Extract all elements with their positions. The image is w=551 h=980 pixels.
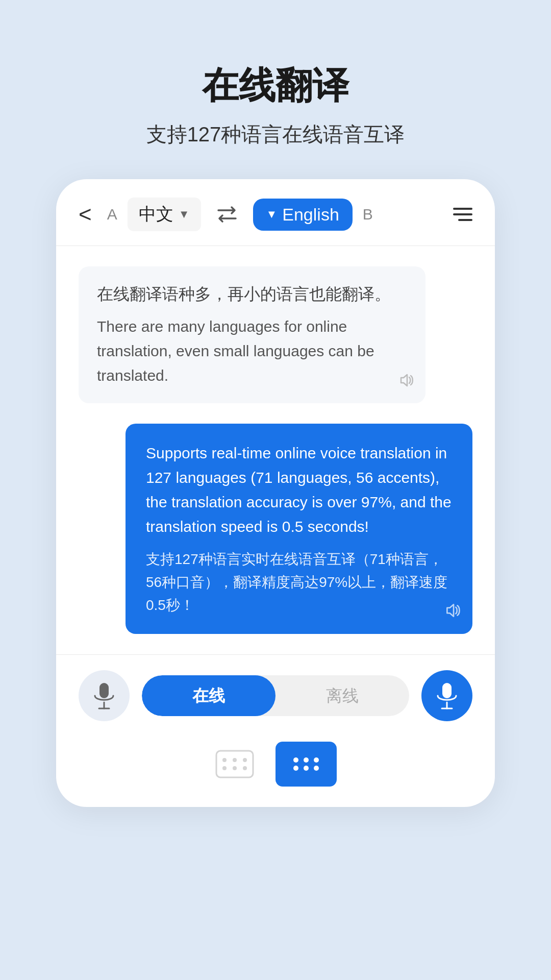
svg-point-18 xyxy=(314,766,319,771)
svg-rect-3 xyxy=(442,683,452,698)
online-offline-toggle[interactable]: 在线 离线 xyxy=(142,675,409,716)
keyboard-gray-button[interactable] xyxy=(214,749,255,779)
svg-point-16 xyxy=(293,766,298,771)
chevron-down-icon-target: ▼ xyxy=(266,208,278,221)
swap-icon xyxy=(215,205,239,224)
speaker-icon-right[interactable] xyxy=(444,601,462,624)
mic-button-right[interactable] xyxy=(421,670,472,721)
svg-point-12 xyxy=(243,766,247,770)
svg-point-9 xyxy=(243,758,247,762)
menu-line-3 xyxy=(458,219,472,221)
bottom-bar: 在线 离线 xyxy=(56,654,495,742)
sent-bubble: Supports real-time online voice translat… xyxy=(126,424,472,634)
translated-text: There are many languages for online tran… xyxy=(97,314,407,388)
page-header: 在线翻译 支持127种语言在线语音互译 xyxy=(146,61,405,149)
target-language-label: English xyxy=(282,205,339,225)
swap-languages-button[interactable] xyxy=(211,201,243,228)
svg-point-13 xyxy=(293,757,298,763)
svg-point-8 xyxy=(233,758,237,762)
svg-point-15 xyxy=(314,757,319,763)
keyboard-row xyxy=(56,742,495,807)
svg-rect-6 xyxy=(216,751,253,777)
offline-button[interactable]: 离线 xyxy=(276,675,409,716)
nav-bar: < A 中文 ▼ ▼ English B xyxy=(56,179,495,246)
keyboard-blue-button[interactable] xyxy=(276,742,337,787)
target-language-selector[interactable]: ▼ English xyxy=(253,199,353,231)
menu-line-1 xyxy=(453,208,472,210)
svg-point-11 xyxy=(233,766,237,770)
source-text: 在线翻译语种多，再小的语言也能翻译。 xyxy=(97,282,407,306)
svg-point-17 xyxy=(304,766,309,771)
page-title: 在线翻译 xyxy=(146,61,405,110)
svg-point-14 xyxy=(304,757,309,763)
menu-line-2 xyxy=(453,213,472,215)
phone-card: < A 中文 ▼ ▼ English B 在线翻译语种多，再小的语言也能翻译。 … xyxy=(56,179,495,807)
source-language-selector[interactable]: 中文 ▼ xyxy=(128,198,201,231)
received-bubble: 在线翻译语种多，再小的语言也能翻译。 There are many langua… xyxy=(79,266,425,403)
sent-zh-text: 支持127种语言实时在线语音互译（71种语言，56种口音），翻译精度高达97%以… xyxy=(146,548,452,617)
lang-a-label: A xyxy=(107,206,117,223)
sent-en-text: Supports real-time online voice translat… xyxy=(146,441,452,539)
keyboard-blue-icon xyxy=(286,749,327,779)
page-subtitle: 支持127种语言在线语音互译 xyxy=(146,120,405,149)
svg-point-10 xyxy=(222,766,227,770)
online-button[interactable]: 在线 xyxy=(142,675,276,716)
chevron-down-icon: ▼ xyxy=(179,208,190,221)
microphone-icon-right xyxy=(436,682,458,709)
back-button[interactable]: < xyxy=(79,202,92,227)
speaker-icon-left[interactable] xyxy=(398,372,415,393)
menu-button[interactable] xyxy=(453,208,472,221)
keyboard-gray-icon xyxy=(214,749,255,779)
mic-button-left[interactable] xyxy=(79,670,130,721)
lang-b-label: B xyxy=(363,206,373,223)
svg-point-7 xyxy=(222,758,227,762)
svg-rect-0 xyxy=(99,683,109,698)
chat-area: 在线翻译语种多，再小的语言也能翻译。 There are many langua… xyxy=(56,246,495,654)
microphone-icon-left xyxy=(93,682,115,709)
source-language-label: 中文 xyxy=(139,203,173,226)
